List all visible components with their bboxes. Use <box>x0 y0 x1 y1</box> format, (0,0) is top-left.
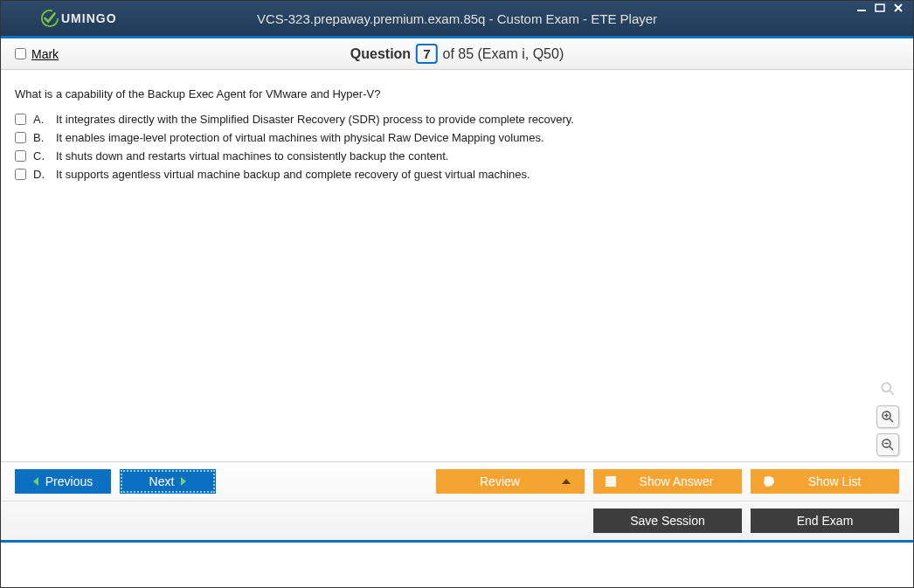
svg-line-6 <box>890 419 893 422</box>
svg-rect-2 <box>876 4 884 11</box>
answer-letter: A. <box>33 113 49 126</box>
answer-checkbox[interactable] <box>15 114 26 125</box>
question-text: What is a capability of the Backup Exec … <box>15 87 899 100</box>
answer-letter: B. <box>33 131 49 144</box>
arrow-left-icon <box>33 477 38 486</box>
list-icon <box>763 475 775 488</box>
answer-option[interactable]: B. It enables image-level protection of … <box>15 131 899 144</box>
svg-line-10 <box>890 446 893 450</box>
footer-row-secondary: Save Session End Exam <box>1 501 913 540</box>
review-label: Review <box>480 474 520 488</box>
logo-check-icon <box>40 9 59 28</box>
arrow-up-icon <box>562 479 571 484</box>
maximize-button[interactable] <box>874 3 890 15</box>
show-answer-label: Show Answer <box>623 474 730 488</box>
logo-text: UMINGO <box>61 11 117 25</box>
show-answer-button[interactable]: Show Answer <box>593 469 742 494</box>
zoom-out-button[interactable] <box>876 433 899 456</box>
mark-checkbox[interactable] <box>15 48 26 59</box>
question-content: What is a capability of the Backup Exec … <box>1 70 913 461</box>
svg-point-3 <box>882 383 890 391</box>
mark-checkbox-wrap[interactable]: Mark <box>15 47 59 61</box>
window-title: VCS-323.prepaway.premium.exam.85q - Cust… <box>257 11 657 26</box>
next-button[interactable]: Next <box>120 469 216 494</box>
question-word: Question <box>350 46 411 62</box>
save-session-label: Save Session <box>630 514 705 528</box>
answer-option[interactable]: A. It integrates directly with the Simpl… <box>15 113 899 126</box>
save-session-button[interactable]: Save Session <box>593 508 742 533</box>
answer-checkbox[interactable] <box>15 132 26 143</box>
answer-letter: C. <box>33 149 49 163</box>
answer-text: It shuts down and restarts virtual machi… <box>56 149 448 163</box>
question-indicator: Question 7 of 85 (Exam i, Q50) <box>350 44 564 64</box>
square-icon <box>606 476 616 487</box>
minimize-button[interactable] <box>855 3 871 15</box>
search-icon[interactable] <box>876 377 899 400</box>
titlebar: UMINGO VCS-323.prepaway.premium.exam.85q… <box>1 1 913 36</box>
answer-option[interactable]: C. It shuts down and restarts virtual ma… <box>15 149 899 163</box>
next-label: Next <box>149 474 175 488</box>
previous-label: Previous <box>45 474 93 488</box>
logo: UMINGO <box>40 9 117 28</box>
window-controls <box>855 3 908 15</box>
zoom-controls <box>876 377 899 456</box>
zoom-in-button[interactable] <box>876 405 899 428</box>
mark-label[interactable]: Mark <box>31 47 59 61</box>
close-button[interactable] <box>892 3 908 15</box>
show-list-label: Show List <box>782 474 887 488</box>
question-number: 7 <box>416 44 437 64</box>
answer-option[interactable]: D. It supports agentless virtual machine… <box>15 168 899 181</box>
answer-text: It enables image-level protection of vir… <box>56 131 544 144</box>
show-list-button[interactable]: Show List <box>751 469 899 494</box>
footer-row-primary: Previous Next Review Show Answer Show Li… <box>1 462 913 501</box>
arrow-right-icon <box>181 477 186 486</box>
footer: Previous Next Review Show Answer Show Li… <box>1 461 913 540</box>
answer-checkbox[interactable] <box>15 150 26 162</box>
question-header: Mark Question 7 of 85 (Exam i, Q50) <box>1 38 913 70</box>
previous-button[interactable]: Previous <box>15 469 111 494</box>
question-of-text: of 85 (Exam i, Q50) <box>442 46 564 62</box>
answer-letter: D. <box>33 168 49 181</box>
answer-text: It integrates directly with the Simplifi… <box>56 113 574 126</box>
review-button[interactable]: Review <box>436 469 585 494</box>
answer-checkbox[interactable] <box>15 169 26 180</box>
svg-rect-1 <box>857 10 866 11</box>
end-exam-label: End Exam <box>797 514 854 528</box>
answer-list: A. It integrates directly with the Simpl… <box>15 113 899 181</box>
end-exam-button[interactable]: End Exam <box>751 508 899 533</box>
answer-text: It supports agentless virtual machine ba… <box>56 168 530 181</box>
svg-line-4 <box>890 391 894 395</box>
accent-line-bottom <box>1 540 913 543</box>
